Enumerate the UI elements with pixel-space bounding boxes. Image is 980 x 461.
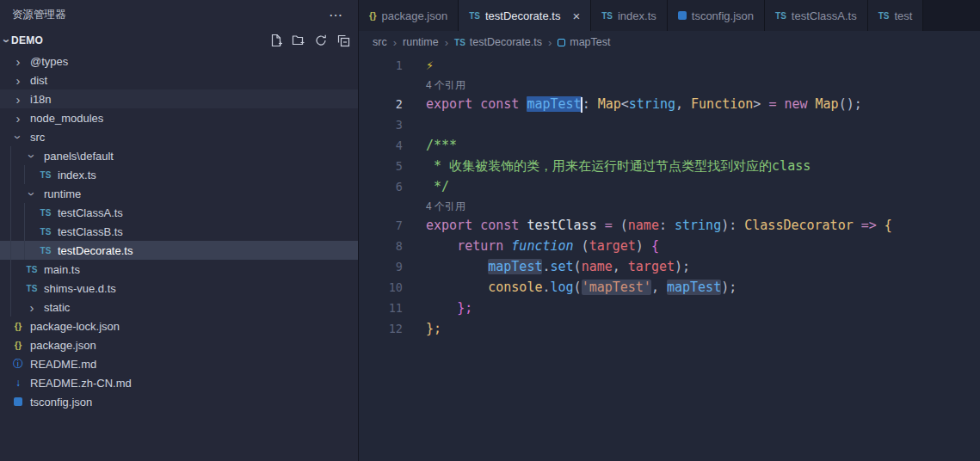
tab-test[interactable]: TStest (868, 0, 924, 31)
refresh-button[interactable] (313, 33, 329, 48)
breadcrumb-item-src[interactable]: src (373, 36, 387, 48)
tree-item-label: package.json (30, 339, 96, 352)
collapse-all-button[interactable] (336, 33, 351, 48)
tree-item-types[interactable]: ›@types (0, 52, 358, 71)
code-token (854, 218, 861, 233)
line-content: }; (426, 318, 441, 339)
chevron-down-icon[interactable]: › (1, 39, 14, 43)
chevron-right-icon[interactable]: › (30, 301, 34, 314)
tree-item-runtime[interactable]: ›runtime (0, 184, 358, 203)
code-line[interactable]: 12}; (359, 318, 980, 339)
tab-tsconfig-json[interactable]: tsconfig.json (668, 0, 765, 31)
tree-item-readme-md[interactable]: ⓘREADME.md (0, 354, 358, 373)
code-line[interactable]: 5 * 收集被装饰的类，用来在运行时通过节点类型找到对应的class (359, 156, 980, 176)
tree-item-label: @types (30, 55, 68, 68)
code-line[interactable]: 9 mapTest.set(name, target); (359, 256, 980, 277)
codelens-references[interactable]: 4 个引用 (426, 200, 465, 212)
tree-item-static[interactable]: ›static (0, 298, 358, 317)
code-token: */ (426, 179, 449, 194)
code-area[interactable]: 1⚡4 个引用2export const mapTest: Map<string… (359, 53, 980, 461)
chevron-down-icon[interactable]: › (12, 135, 25, 139)
tree-item-tsconfig-json[interactable]: tsconfig.json (0, 392, 358, 411)
codelens-line[interactable]: 4 个引用 (359, 197, 980, 215)
code-token: ( (574, 259, 582, 274)
code-token: target (628, 259, 675, 274)
tab-bar: {}package.jsonTStestDecorate.ts×TSindex.… (359, 0, 980, 31)
chevron-down-icon[interactable]: › (26, 192, 39, 196)
tab-package-json[interactable]: {}package.json (359, 0, 459, 31)
tree-item-label: testDecorate.ts (58, 244, 133, 257)
tree-item-index-ts[interactable]: TSindex.ts (0, 165, 358, 184)
tree-item-src[interactable]: ›src (0, 127, 358, 146)
breadcrumb-item-maptest[interactable]: mapTest (558, 36, 610, 48)
tree-item-package-lock-json[interactable]: {}package-lock.json (0, 317, 358, 335)
code-line[interactable]: 10 console.log('mapTest', mapTest); (359, 277, 980, 298)
tree-item-node-modules[interactable]: ›node_modules (0, 108, 358, 127)
line-content: console.log('mapTest', mapTest); (426, 277, 737, 298)
indent-guide (10, 222, 24, 241)
chevron-right-icon[interactable]: › (16, 112, 21, 125)
code-token: (); (839, 96, 862, 112)
tree-item-panels-default[interactable]: ›panels\default (0, 146, 358, 165)
tree-item-label: testClassB.ts (58, 225, 123, 238)
line-number: 5 (359, 156, 426, 176)
breadcrumb-item-testdecorate-ts[interactable]: TStestDecorate.ts (454, 36, 542, 48)
tree-item-readme-zh-cn-md[interactable]: ↓README.zh-CN.md (0, 373, 358, 392)
code-token: { (651, 238, 659, 254)
tree-item-label: testClassA.ts (58, 206, 123, 219)
breadcrumb-separator-icon: › (445, 36, 448, 49)
chevron-right-icon[interactable]: › (16, 74, 21, 87)
tree-item-testclassa-ts[interactable]: TStestClassA.ts (0, 203, 358, 222)
code-line[interactable]: 6 */ (359, 176, 980, 197)
code-token: }; (457, 300, 472, 316)
tree-item-i18n[interactable]: ›i18n (0, 89, 358, 108)
tree-item-main-ts[interactable]: TSmain.ts (0, 260, 358, 279)
chevron-down-icon[interactable]: › (26, 154, 39, 158)
ts-icon: TS (40, 246, 52, 255)
code-line[interactable]: 7export const testClass = (name: string)… (359, 215, 980, 236)
tab-testdecorate-ts[interactable]: TStestDecorate.ts× (459, 0, 591, 31)
collapse-all-icon (336, 34, 350, 47)
code-line[interactable]: 4/*** (359, 135, 980, 156)
new-file-button[interactable] (268, 33, 284, 48)
tab-index-ts[interactable]: TSindex.ts (591, 0, 668, 31)
code-token: name (628, 218, 659, 233)
code-line[interactable]: 2export const mapTest: Map<string, Funct… (359, 94, 980, 114)
indent-guide (10, 279, 24, 298)
tree-item-label: src (30, 131, 45, 144)
code-token (426, 259, 488, 274)
chevron-right-icon[interactable]: › (16, 93, 21, 106)
tree-item-shims-vue-d-ts[interactable]: TSshims-vue.d.ts (0, 279, 358, 298)
code-line[interactable]: 8 return function (target) { (359, 236, 980, 256)
tree-item-dist[interactable]: ›dist (0, 71, 358, 89)
tree-item-testclassb-ts[interactable]: TStestClassB.ts (0, 222, 358, 241)
code-line[interactable]: 1⚡ (359, 55, 980, 76)
code-token: export const (426, 218, 527, 233)
code-token: name (582, 259, 613, 274)
section-demo[interactable]: › DEMO (0, 29, 358, 52)
code-token (877, 218, 884, 233)
code-line[interactable]: 11 }; (359, 298, 980, 318)
new-folder-button[interactable] (291, 33, 306, 48)
more-actions-icon[interactable]: ⋯ (325, 7, 346, 23)
json-braces-icon: {} (369, 10, 377, 21)
indent-guide (24, 203, 38, 222)
tab-testclassa-ts[interactable]: TStestClassA.ts (765, 0, 868, 31)
tab-label: package.json (382, 9, 448, 22)
code-token (503, 238, 511, 254)
sidebar-header: 资源管理器 ⋯ (0, 0, 358, 29)
code-line[interactable]: 3 (359, 114, 980, 135)
chevron-right-icon[interactable]: › (16, 55, 21, 68)
tree-item-testdecorate-ts[interactable]: TStestDecorate.ts (0, 241, 358, 260)
line-content: return function (target) { (426, 236, 659, 256)
breadcrumb-item-runtime[interactable]: runtime (403, 36, 439, 48)
code-token: ) (636, 238, 651, 254)
codelens-references[interactable]: 4 个引用 (426, 79, 465, 91)
tree-item-package-json[interactable]: {}package.json (0, 335, 358, 354)
close-icon[interactable]: × (572, 9, 580, 22)
code-token: 'mapTest' (582, 280, 651, 295)
codelens-line[interactable]: 4 个引用 (359, 76, 980, 94)
line-content: * 收集被装饰的类，用来在运行时通过节点类型找到对应的class (426, 156, 811, 176)
code-token (597, 218, 605, 233)
line-content: export const mapTest: Map<string, Functi… (426, 94, 862, 114)
